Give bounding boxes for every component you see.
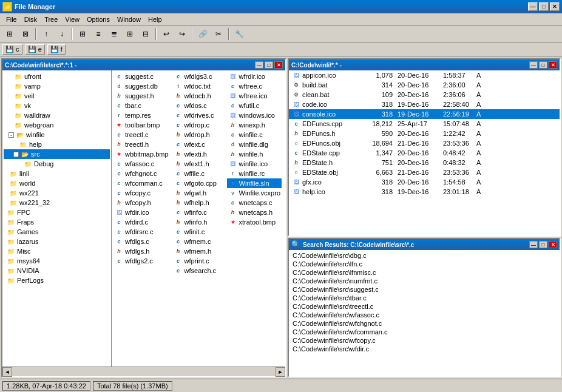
list-item[interactable]: cwinfile.c [227, 130, 282, 140]
toolbar-btn-11[interactable]: ↪ [175, 27, 189, 41]
list-item[interactable]: cwfsearch.c [172, 266, 225, 275]
list-item[interactable]: oEDFuncs.obj 18,694 21-Dec-16 23:53:36 A [289, 138, 560, 148]
list-item[interactable]: cwfcomman.c [113, 178, 170, 188]
list-item[interactable]: ★xtratool.bmp [227, 217, 282, 227]
list-item[interactable]: cwfmem.c [172, 237, 225, 246]
drive-c-label[interactable]: 💾 c [2, 44, 22, 55]
list-item[interactable]: cEDFuncs.cpp 18,212 25-Apr-17 15:07:48 A [289, 119, 560, 129]
list-item[interactable]: hwinfile.h [227, 149, 282, 159]
list-item[interactable]: cwfdird.c [113, 217, 170, 227]
list-item[interactable]: cwfinit.c [172, 227, 225, 237]
tree-panel[interactable]: 📁 ufront 📁 vamp 📁 veil 📁 vk [2, 70, 112, 367]
list-item[interactable]: cwfdrives.c [172, 110, 225, 120]
list-item[interactable]: cwfdlgs2.c [113, 256, 170, 266]
search-result-item[interactable]: C:\Code\winfile\src\wfcopy.c [291, 336, 557, 345]
list-item[interactable]: cwfprint.c [172, 256, 225, 266]
list-item-console-ico[interactable]: 🖼console.ico 318 19-Dec-16 22:56:19 A [289, 109, 560, 119]
list-item[interactable]: 🖼appicon.ico 1,078 20-Dec-16 1:58:37 A [289, 70, 560, 80]
tree-item-winfile[interactable]: - 📂 winfile [4, 130, 110, 140]
list-item[interactable]: 🖼help.ico 318 19-Dec-16 23:01:18 A [289, 187, 560, 197]
maximize-button[interactable]: □ [539, 2, 549, 11]
search-result-item[interactable]: C:\Code\winfile\src\suggest.c [291, 285, 557, 294]
tree-item-debug[interactable]: 📁 Debug [4, 159, 110, 169]
toolbar-btn-5[interactable]: ⊞ [75, 27, 90, 41]
list-item[interactable]: 🖼winfile.ico [227, 159, 282, 169]
list-item[interactable]: dsuggest.db [113, 81, 170, 91]
search-result-item[interactable]: C:\Code\winfile\src\wfdir.c [291, 345, 557, 353]
list-item[interactable]: hwfinfo.h [172, 217, 225, 227]
tree-item-msys64[interactable]: 📁 msys64 [4, 256, 110, 266]
list-item[interactable]: ★toolbar.bmp [113, 120, 170, 130]
list-item[interactable]: cwfdlgs.c [113, 237, 170, 246]
tree-item-lazarus[interactable]: 📁 lazarus [4, 237, 110, 246]
list-item[interactable]: oEDState.obj 6,663 21-Dec-16 23:53:36 A [289, 167, 560, 177]
list-item[interactable]: hwnetcaps.h [227, 208, 282, 217]
toolbar-btn-4[interactable]: ↓ [55, 27, 69, 41]
list-item[interactable]: cwfcopy.c [113, 188, 170, 198]
list-item[interactable]: cwfdlgs3.c [172, 72, 225, 81]
toolbar-btn-13[interactable]: ✂ [211, 27, 226, 41]
toolbar-btn-12[interactable]: 🔗 [195, 27, 210, 41]
search-result-item[interactable]: C:\Code\winfile\src\lfnmisc.c [291, 268, 557, 277]
list-item[interactable]: hwfcopy.h [113, 198, 170, 208]
menu-view[interactable]: View [61, 15, 83, 24]
list-item[interactable]: 🖼gfx.ico 318 20-Dec-16 1:54:58 A [289, 177, 560, 187]
tree-item-linli[interactable]: 📁 linli [4, 169, 110, 178]
menu-window[interactable]: Window [113, 15, 144, 24]
scroll-track[interactable] [12, 367, 276, 376]
tree-item-misc[interactable]: 📁 Misc [4, 246, 110, 256]
tree-item-fpc[interactable]: 📁 FPC [4, 208, 110, 217]
minimize-button[interactable]: — [528, 2, 538, 11]
list-item[interactable]: rwinfile.rc [227, 169, 282, 178]
tree-item-vamp[interactable]: 📁 vamp [4, 81, 110, 91]
list-item[interactable]: 🖼wftree.ico [227, 91, 282, 101]
tree-item-src[interactable]: - 📂 src [4, 149, 110, 159]
tree-item-walldraw[interactable]: 📁 walldraw [4, 110, 110, 120]
tree-item-vk[interactable]: 📁 vk [4, 101, 110, 110]
toolbar-btn-8[interactable]: ⊞ [123, 27, 137, 41]
search-panel-maximize[interactable]: □ [539, 241, 547, 248]
list-item[interactable]: hwfexti.h [172, 149, 225, 159]
list-item[interactable]: cwfchgnot.c [113, 169, 170, 178]
list-item[interactable]: cwfassoc.c [113, 159, 170, 169]
list-item[interactable]: hEDState.h 751 20-Dec-16 0:48:32 A [289, 158, 560, 167]
list-item[interactable]: 🖼wfrdir.ico [227, 72, 282, 81]
list-item[interactable]: csuggest.c [113, 72, 170, 81]
search-result-item[interactable]: C:\Code\winfile\src\wfchgnot.c [291, 319, 557, 328]
list-item[interactable]: cwftree.c [227, 81, 282, 91]
list-item[interactable]: hwfhelp.h [172, 198, 225, 208]
tree-item-veil[interactable]: 📁 veil [4, 91, 110, 101]
search-result-item[interactable]: C:\Code\winfile\src\treectl.c [291, 302, 557, 311]
menu-help[interactable]: Help [144, 15, 166, 24]
list-item[interactable]: hwinexp.h [227, 120, 282, 130]
tree-item-nvidia[interactable]: 📁 NVIDIA [4, 266, 110, 275]
right-panel-close[interactable]: ✕ [549, 61, 557, 69]
tree-item-fraps[interactable]: 📁 Fraps [4, 217, 110, 227]
list-item[interactable]: cwfgoto.cpp [172, 178, 225, 188]
list-item[interactable]: hwfmem.h [172, 246, 225, 256]
list-item[interactable]: twfdoc.txt [172, 81, 225, 91]
list-item[interactable]: cwfinfo.c [172, 208, 225, 217]
list-item[interactable]: cwfext.c [172, 140, 225, 149]
list-item[interactable]: 🖼wfdir.ico [113, 208, 170, 217]
left-panel-maximize[interactable]: □ [265, 61, 273, 69]
menu-tree[interactable]: Tree [41, 15, 61, 24]
tree-item-wx221[interactable]: 📁 wx221 [4, 188, 110, 198]
right-panel-minimize[interactable]: — [529, 61, 538, 69]
list-item[interactable]: hsuggest.h [113, 91, 170, 101]
right-panel-maximize[interactable]: □ [539, 61, 547, 69]
toolbar-btn-9[interactable]: ⊟ [138, 27, 153, 41]
tree-item-world[interactable]: 📁 world [4, 178, 110, 188]
list-item[interactable]: rtemp.res [113, 110, 170, 120]
list-item[interactable]: cwfdirsrc.c [113, 227, 170, 237]
toolbar-btn-2[interactable]: ⊠ [18, 27, 33, 41]
scroll-left[interactable]: ◄ [2, 367, 12, 377]
list-item[interactable]: 🖼windows.ico [227, 110, 282, 120]
list-item[interactable]: hwfdocb.h [172, 91, 225, 101]
list-item[interactable]: htreectl.h [113, 140, 170, 149]
tree-item-wx221-32[interactable]: 📁 wx221_32 [4, 198, 110, 208]
list-item[interactable]: cwfutil.c [227, 101, 282, 110]
list-item[interactable]: hwfdrop.h [172, 130, 225, 140]
toolbar-btn-7[interactable]: ≣ [107, 27, 121, 41]
list-item[interactable]: cwfdos.c [172, 101, 225, 110]
